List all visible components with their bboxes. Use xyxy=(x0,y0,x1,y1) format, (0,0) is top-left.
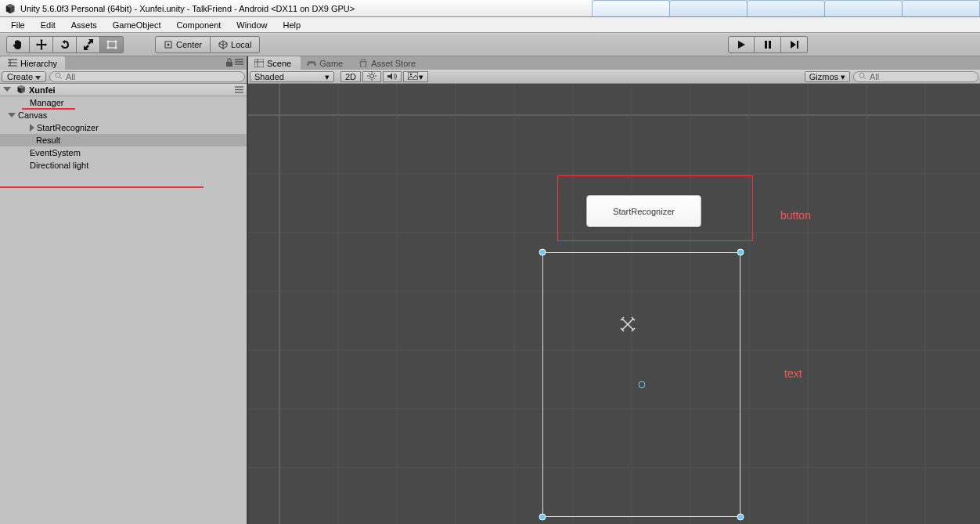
pivot-center-label: Center xyxy=(176,40,202,49)
rotate-tool[interactable] xyxy=(53,36,77,53)
svg-point-4 xyxy=(106,41,109,43)
tab-game[interactable]: Game xyxy=(301,56,352,70)
svg-point-5 xyxy=(114,41,117,43)
center-icon xyxy=(164,40,173,49)
tab-asset-store[interactable]: Asset Store xyxy=(352,56,425,70)
tree-label: EventSystem xyxy=(30,148,81,157)
scene-search[interactable]: All xyxy=(853,71,978,82)
lock-icon[interactable] xyxy=(225,58,233,68)
svg-line-42 xyxy=(374,73,375,74)
hierarchy-panel: Hierarchy Create xyxy=(0,56,247,524)
tree-row[interactable]: Manager xyxy=(0,96,247,109)
svg-rect-19 xyxy=(226,62,232,67)
tree-label: Manager xyxy=(30,98,63,107)
svg-line-40 xyxy=(369,73,369,74)
titlebar: Unity 5.6.0f3 Personal (64bit) - Xunfei.… xyxy=(0,0,980,17)
asset-store-icon xyxy=(358,59,368,69)
pivot-handle-group: Center Local xyxy=(155,36,260,53)
scene-tab-icon xyxy=(254,59,264,69)
transform-tools xyxy=(6,36,124,53)
hierarchy-toolbar: Create All xyxy=(0,70,247,84)
chevron-down-icon xyxy=(35,72,41,81)
rect-tool[interactable] xyxy=(100,36,124,53)
tree-row-selected[interactable]: Result xyxy=(0,134,247,146)
menu-edit[interactable]: Edit xyxy=(33,19,63,31)
svg-rect-14 xyxy=(797,41,798,49)
svg-rect-12 xyxy=(769,41,771,49)
hierarchy-search[interactable]: All xyxy=(49,71,245,82)
hand-tool[interactable] xyxy=(6,36,30,53)
pivot-indicator[interactable] xyxy=(639,381,646,388)
create-label: Create xyxy=(7,72,33,81)
audio-toggle[interactable] xyxy=(383,71,402,82)
anchor-handle[interactable] xyxy=(539,249,546,256)
search-placeholder: All xyxy=(870,72,879,81)
step-button[interactable] xyxy=(781,36,808,53)
anchor-handle[interactable] xyxy=(737,514,744,521)
menu-window[interactable]: Window xyxy=(229,19,275,31)
annotation-text-button: button xyxy=(780,209,811,222)
chevron-down-icon[interactable] xyxy=(8,113,16,117)
annotation-underline xyxy=(22,108,75,110)
anchor-handle[interactable] xyxy=(737,249,744,256)
chevron-down-icon: ▾ xyxy=(419,72,423,82)
svg-point-6 xyxy=(106,47,109,49)
draw-mode-label: Shaded xyxy=(254,72,284,81)
svg-rect-32 xyxy=(254,59,264,67)
tree-row[interactable]: Canvas xyxy=(0,109,247,121)
scene-menu-icon[interactable] xyxy=(235,85,243,95)
main-area: Hierarchy Create xyxy=(0,56,980,524)
tree-row[interactable]: EventSystem xyxy=(0,146,247,159)
audio-icon xyxy=(387,72,397,82)
hierarchy-tab[interactable]: Hierarchy xyxy=(0,56,65,70)
scale-tool[interactable] xyxy=(77,36,100,53)
svg-line-48 xyxy=(864,78,867,80)
2d-toggle[interactable]: 2D xyxy=(340,71,361,82)
tab-game-label: Game xyxy=(319,59,343,68)
search-icon xyxy=(55,72,63,81)
game-tab-icon xyxy=(307,59,316,69)
svg-point-24 xyxy=(56,73,60,78)
menu-component[interactable]: Component xyxy=(168,19,229,31)
svg-line-25 xyxy=(60,78,63,80)
ui-button-label: StartRecognizer xyxy=(613,207,675,216)
scene-header-row[interactable]: Xunfei xyxy=(0,84,247,96)
tab-scene[interactable]: Scene xyxy=(248,56,301,70)
svg-marker-23 xyxy=(35,76,41,80)
gizmos-label: Gizmos xyxy=(809,72,838,81)
effects-dropdown[interactable]: ▾ xyxy=(403,71,428,82)
annotation-text-text: text xyxy=(784,367,802,380)
hierarchy-tree: Manager Canvas StartRecognizer Result Ev… xyxy=(0,96,247,524)
main-toolbar: Center Local xyxy=(0,33,980,56)
svg-point-35 xyxy=(370,74,374,78)
pause-button[interactable] xyxy=(755,36,781,53)
svg-point-7 xyxy=(114,47,117,49)
chevron-right-icon[interactable] xyxy=(30,124,34,132)
svg-point-9 xyxy=(168,44,170,46)
chevron-down-icon xyxy=(3,87,11,92)
scene-toolbar: Shaded ▾ 2D ▾ xyxy=(248,70,980,84)
pivot-center-button[interactable]: Center xyxy=(155,36,211,53)
chevron-down-icon: ▾ xyxy=(325,72,330,82)
pivot-local-button[interactable]: Local xyxy=(211,36,260,53)
menu-help[interactable]: Help xyxy=(275,19,308,31)
tree-row[interactable]: StartRecognizer xyxy=(0,121,247,134)
create-dropdown[interactable]: Create xyxy=(2,71,46,82)
scene-viewport[interactable]: StartRecognizer button xyxy=(248,84,980,524)
play-button[interactable] xyxy=(728,36,755,53)
menu-file[interactable]: File xyxy=(3,19,33,31)
menu-gameobject[interactable]: GameObject xyxy=(105,19,169,31)
gizmos-dropdown[interactable]: Gizmos ▾ xyxy=(805,71,850,82)
menu-assets[interactable]: Assets xyxy=(63,19,105,31)
draw-mode-dropdown[interactable]: Shaded ▾ xyxy=(250,71,334,82)
move-tool[interactable] xyxy=(30,36,53,53)
tree-label: Canvas xyxy=(18,110,47,120)
menubar: File Edit Assets GameObject Component Wi… xyxy=(0,17,980,33)
anchor-handle[interactable] xyxy=(539,514,546,521)
panel-menu-icon[interactable] xyxy=(235,58,243,68)
tree-row[interactable]: Directional light xyxy=(0,159,247,172)
tree-label: StartRecognizer xyxy=(37,123,99,132)
background-window-tabs xyxy=(593,0,980,17)
lighting-toggle[interactable] xyxy=(362,71,381,82)
ui-button-object[interactable]: StartRecognizer xyxy=(586,195,701,227)
